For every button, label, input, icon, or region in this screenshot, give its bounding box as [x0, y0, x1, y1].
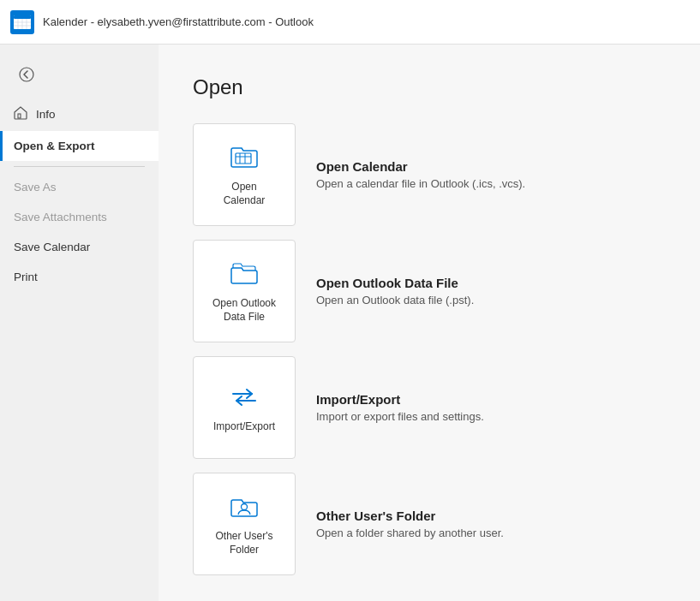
sidebar-item-save-as: Save As: [0, 172, 159, 202]
card-row-import-export: Import/Export Import/Export Import or ex…: [193, 356, 666, 459]
card-open-calendar-label: OpenCalendar: [218, 181, 271, 207]
card-info-open-outlook-data-file-desc: Open an Outlook data file (.pst).: [316, 294, 474, 306]
back-button[interactable]: [10, 58, 43, 91]
svg-rect-9: [18, 114, 21, 118]
import-export-icon: [228, 381, 260, 414]
main-layout: Info Open & Export Save As Save Attachme…: [0, 45, 700, 601]
card-info-open-outlook-data-file-title: Open Outlook Data File: [316, 276, 474, 290]
card-info-other-users-folder-desc: Open a folder shared by another user.: [316, 527, 504, 539]
sidebar-navigation: Info Open & Export Save As Save Attachme…: [0, 98, 159, 292]
card-open-outlook-data-file-label: Open OutlookData File: [207, 297, 281, 324]
card-row-open-outlook-data-file: Open OutlookData File Open Outlook Data …: [193, 240, 666, 342]
sidebar-item-save-attachments: Save Attachments: [0, 202, 159, 232]
svg-point-16: [242, 504, 248, 510]
titlebar: Kalender - elysabeth.yven@firstattribute…: [0, 0, 700, 45]
card-info-import-export: Import/Export Import or export files and…: [316, 392, 484, 423]
sidebar-item-print[interactable]: Print: [0, 262, 159, 292]
card-open-outlook-data-file[interactable]: Open OutlookData File: [193, 240, 296, 342]
page-title: Open: [193, 75, 666, 99]
content-area: Open OpenCalendar: [159, 45, 700, 601]
sidebar-item-print-label: Print: [14, 271, 38, 283]
sidebar-item-open-export-label: Open & Export: [14, 140, 95, 152]
sidebar-item-save-attachments-label: Save Attachments: [14, 211, 107, 223]
home-icon: [14, 106, 27, 122]
card-info-import-export-title: Import/Export: [316, 392, 484, 407]
sidebar-item-save-as-label: Save As: [14, 181, 57, 193]
sidebar-item-save-calendar[interactable]: Save Calendar: [0, 232, 159, 262]
sidebar-item-info[interactable]: Info: [0, 98, 159, 131]
svg-rect-2: [14, 15, 31, 19]
card-info-open-calendar: Open Calendar Open a calendar file in Ou…: [316, 159, 525, 190]
back-icon: [19, 67, 34, 82]
card-import-export[interactable]: Import/Export: [193, 356, 296, 459]
card-other-users-folder[interactable]: Other User'sFolder: [193, 473, 296, 575]
svg-rect-10: [236, 153, 251, 164]
card-other-users-folder-label: Other User'sFolder: [211, 530, 278, 556]
other-users-folder-icon: [228, 491, 260, 523]
card-info-other-users-folder: Other User's Folder Open a folder shared…: [316, 509, 504, 539]
cards-container: OpenCalendar Open Calendar Open a calend…: [193, 123, 666, 589]
card-import-export-label: Import/Export: [208, 420, 280, 434]
card-info-import-export-desc: Import or export files and settings.: [316, 410, 484, 423]
card-open-calendar[interactable]: OpenCalendar: [193, 123, 296, 226]
open-calendar-icon: [228, 141, 260, 174]
sidebar-item-info-label: Info: [36, 108, 56, 121]
outlook-logo: [10, 10, 34, 34]
titlebar-text: Kalender - elysabeth.yven@firstattribute…: [43, 15, 314, 28]
sidebar-divider: [14, 166, 145, 167]
open-outlook-data-file-icon: [228, 258, 260, 290]
sidebar: Info Open & Export Save As Save Attachme…: [0, 45, 159, 601]
card-info-other-users-folder-title: Other User's Folder: [316, 509, 504, 523]
sidebar-item-save-calendar-label: Save Calendar: [14, 241, 90, 253]
card-info-open-outlook-data-file: Open Outlook Data File Open an Outlook d…: [316, 276, 474, 306]
svg-point-8: [20, 68, 33, 81]
card-row-other-users-folder: Other User'sFolder Other User's Folder O…: [193, 473, 666, 575]
card-info-open-calendar-desc: Open a calendar file in Outlook (.ics, .…: [316, 177, 525, 190]
card-row-open-calendar: OpenCalendar Open Calendar Open a calend…: [193, 123, 666, 226]
sidebar-item-open-export[interactable]: Open & Export: [0, 131, 159, 161]
card-info-open-calendar-title: Open Calendar: [316, 159, 525, 174]
